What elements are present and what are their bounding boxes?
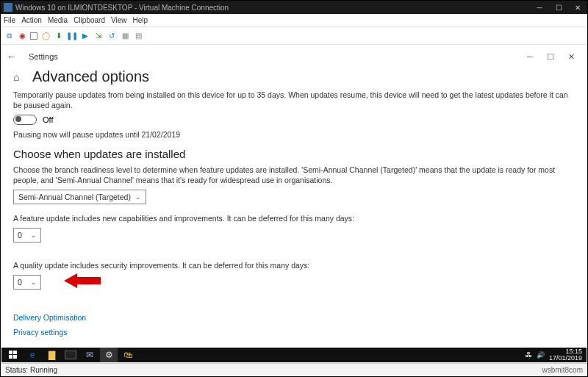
- vm-toolbar-ctrl-alt-del-icon[interactable]: ⧉: [4, 31, 14, 41]
- vm-menu-file[interactable]: File: [4, 16, 15, 24]
- vm-toolbar-start-icon[interactable]: ◉: [17, 31, 27, 41]
- quality-defer-dropdown[interactable]: 0 ⌄: [13, 275, 41, 290]
- settings-close-button[interactable]: ✕: [561, 48, 581, 65]
- feature-defer-text: A feature update includes new capabiliti…: [13, 213, 576, 223]
- branch-readiness-dropdown[interactable]: Semi-Annual Channel (Targeted) ⌄: [13, 190, 146, 204]
- tray-volume-icon[interactable]: 🔊: [537, 351, 545, 359]
- page-heading-row: ⌂ Advanced options: [13, 68, 576, 85]
- vm-toolbar-save-icon[interactable]: ⬇: [54, 31, 64, 41]
- watermark-text: wsbmit8com: [542, 366, 587, 374]
- branch-readiness-value: Semi-Annual Channel (Targeted): [18, 193, 131, 201]
- pause-date-text: Pausing now will pause updates until 21/…: [13, 129, 576, 140]
- chevron-down-icon: ⌄: [31, 231, 37, 239]
- home-icon[interactable]: ⌂: [13, 71, 25, 83]
- feature-defer-value: 0: [18, 231, 22, 240]
- settings-maximize-button[interactable]: ☐: [540, 48, 561, 65]
- vm-toolbar-share-icon[interactable]: ▤: [133, 31, 143, 41]
- vm-menu-bar: File Action Media Clipboard View Help: [1, 14, 587, 27]
- windows-logo-icon: [9, 351, 18, 359]
- mail-icon[interactable]: ✉: [81, 348, 98, 362]
- svg-marker-0: [64, 273, 101, 288]
- tray-network-icon[interactable]: 🖧: [526, 351, 532, 359]
- edge-browser-icon[interactable]: e: [24, 348, 41, 362]
- vm-toolbar: ⧉ ◉ ◯ ⬇ ❚❚ ▶ ⇲ ↺ ▦ ▤: [1, 27, 587, 45]
- svg-rect-4: [13, 355, 17, 359]
- vm-menu-help[interactable]: Help: [132, 16, 148, 24]
- svg-rect-1: [9, 351, 12, 354]
- vm-menu-media[interactable]: Media: [48, 16, 68, 24]
- settings-window: ← Settings ─ ☐ ✕ ⌂ Advanced options Temp…: [1, 45, 587, 349]
- vm-menu-view[interactable]: View: [111, 16, 127, 24]
- chevron-down-icon: ⌄: [135, 193, 141, 201]
- microsoft-store-icon[interactable]: 🛍: [119, 348, 137, 362]
- settings-app-label: Settings: [29, 52, 58, 61]
- vm-titlebar: Windows 10 on ILMIONTDESKTOP - Virtual M…: [1, 1, 587, 14]
- taskbar-settings-icon[interactable]: ⚙: [100, 348, 118, 362]
- start-button[interactable]: [4, 348, 22, 362]
- vm-toolbar-shutdown-icon[interactable]: ◯: [40, 31, 51, 41]
- settings-page-content: ⌂ Advanced options Temporarily pause upd…: [1, 68, 587, 340]
- vm-toolbar-pause-icon[interactable]: ❚❚: [67, 31, 77, 41]
- quality-defer-value: 0: [18, 278, 22, 287]
- taskbar-clock[interactable]: 15:15 17/01/2019: [549, 348, 582, 362]
- svg-rect-2: [13, 351, 17, 354]
- page-title: Advanced options: [32, 68, 149, 85]
- pause-description: Temporarily pause updates from being ins…: [13, 90, 576, 110]
- privacy-settings-link[interactable]: Privacy settings: [13, 328, 68, 337]
- vm-status-text: Status: Running: [5, 366, 57, 374]
- pause-toggle-state-label: Off: [43, 115, 53, 124]
- delivery-optimisation-link[interactable]: Delivery Optimisation: [13, 313, 86, 322]
- quality-defer-text: A quality update includes security impro…: [13, 260, 576, 270]
- vm-toolbar-turnoff-icon[interactable]: [30, 32, 37, 40]
- vm-menu-clipboard[interactable]: Clipboard: [74, 16, 105, 24]
- windows-taskbar: e ▇ ✉ ⚙ 🛍 🖧 🔊 15:15 17/01/2019: [1, 348, 587, 362]
- taskbar-date: 17/01/2019: [549, 355, 582, 362]
- pause-toggle-row: Off: [13, 115, 576, 125]
- vm-app-icon: [4, 3, 12, 12]
- vm-title: Windows 10 on ILMIONTDESKTOP - Virtual M…: [15, 4, 229, 12]
- command-prompt-icon[interactable]: [62, 348, 79, 362]
- pause-updates-toggle[interactable]: [13, 115, 37, 125]
- vm-statusbar: Status: Running wsbmit8com: [1, 363, 587, 376]
- vm-close-button[interactable]: ✕: [568, 1, 587, 14]
- settings-header: ← Settings ─ ☐ ✕: [1, 45, 587, 68]
- vm-toolbar-reset-icon[interactable]: ▶: [80, 31, 90, 41]
- file-explorer-icon[interactable]: ▇: [43, 348, 60, 362]
- vm-toolbar-revert-icon[interactable]: ↺: [107, 31, 117, 41]
- red-arrow-callout: [64, 273, 101, 288]
- settings-minimize-button[interactable]: ─: [520, 48, 540, 65]
- chevron-down-icon: ⌄: [31, 279, 37, 286]
- back-arrow-icon[interactable]: ←: [7, 51, 18, 62]
- svg-rect-3: [9, 355, 12, 359]
- vm-menu-action[interactable]: Action: [21, 16, 42, 24]
- choose-heading: Choose when updates are installed: [13, 148, 576, 160]
- vm-minimize-button[interactable]: ─: [530, 1, 549, 14]
- choose-description: Choose the branch readiness level to det…: [13, 165, 576, 185]
- vm-toolbar-checkpoint-icon[interactable]: ⇲: [93, 31, 104, 41]
- vm-toolbar-enhanced-icon[interactable]: ▦: [120, 31, 130, 41]
- feature-defer-dropdown[interactable]: 0 ⌄: [13, 228, 41, 243]
- vm-maximize-button[interactable]: ☐: [549, 1, 568, 14]
